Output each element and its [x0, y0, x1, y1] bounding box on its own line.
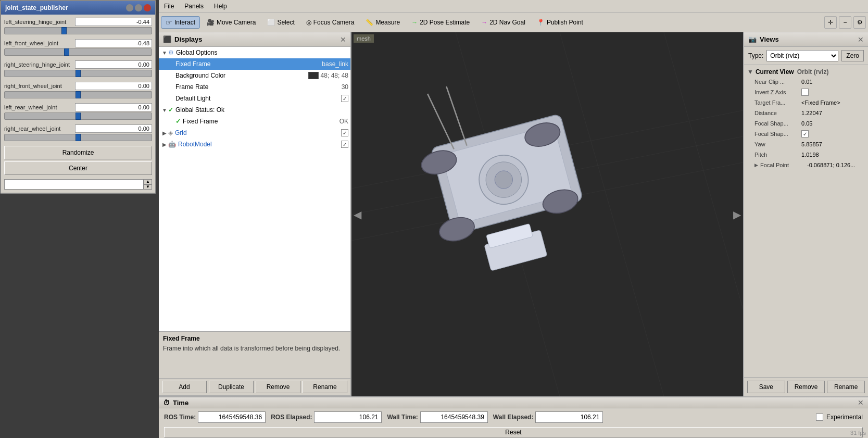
rviz-main: File Panels Help ☞ Interact 🎥 Move Camer… — [159, 0, 868, 438]
ros-time-label: ROS Time: — [164, 414, 196, 421]
invert-z-checkbox[interactable] — [801, 89, 809, 96]
displays-close-button[interactable]: ✕ — [340, 35, 346, 44]
tree-fixed-frame[interactable]: Fixed Frame base_link — [159, 58, 350, 70]
minimize-button[interactable] — [126, 4, 133, 11]
views-panel-header: 📷 Views ✕ — [744, 32, 868, 47]
focus-camera-button[interactable]: ◎ Focus Camera — [301, 17, 359, 28]
tree-robot-model[interactable]: ▶ 🤖 RobotModel — [159, 139, 350, 150]
publish-point-button[interactable]: 📍 Publish Point — [532, 17, 588, 28]
measure-button[interactable]: 📏 Measure — [361, 17, 405, 28]
experimental-checkbox[interactable] — [816, 414, 823, 421]
remove-button[interactable]: Remove — [256, 381, 300, 393]
move-camera-icon: 🎥 — [207, 19, 215, 26]
ros-time-value: 1645459548.36 — [198, 411, 266, 423]
duplicate-button[interactable]: Duplicate — [209, 381, 254, 393]
tree-status-fixed-frame[interactable]: ✓ Fixed Frame OK — [159, 116, 350, 127]
views-zero-button[interactable]: Zero — [841, 50, 864, 61]
remove-view-button[interactable]: Remove — [787, 381, 825, 393]
ros-time-field: ROS Time: 1645459548.36 — [164, 411, 266, 423]
svg-line-16 — [446, 85, 467, 147]
views-type-label: Type: — [748, 52, 763, 59]
views-current-arrow: ▼ — [747, 68, 753, 76]
joint-row-1: left_front_wheel_joint — [4, 39, 152, 57]
viewport-right-arrow[interactable]: ▶ — [733, 208, 741, 221]
joint-value-3[interactable] — [75, 82, 152, 90]
randomize-button[interactable]: Randomize — [4, 146, 152, 159]
joint-slider-5[interactable] — [4, 134, 152, 141]
robot-model-label: RobotModel — [178, 141, 341, 148]
joint-value-1[interactable] — [75, 39, 152, 47]
joint-value-2[interactable] — [75, 60, 152, 69]
maximize-button[interactable] — [135, 4, 142, 11]
joint-slider-0[interactable] — [4, 27, 152, 34]
global-options-icon: ⚙ — [168, 49, 174, 56]
yaw-label: Yaw — [754, 141, 801, 147]
interact-label: Interact — [174, 19, 195, 26]
joint-publisher-titlebar: joint_state_publisher — [1, 1, 155, 15]
rename-button[interactable]: Rename — [303, 381, 347, 393]
global-options-arrow: ▼ — [161, 50, 168, 56]
views-type-select[interactable]: Orbit (rviz) — [766, 50, 838, 61]
pose-estimate-button[interactable]: → 2D Pose Estimate — [407, 17, 474, 28]
robot-model-icon: 🤖 — [168, 141, 176, 148]
time-close-button[interactable]: ✕ — [858, 398, 864, 407]
toolbar: ☞ Interact 🎥 Move Camera ⬜ Select ◎ Focu… — [159, 12, 868, 32]
focal-shape2-checkbox[interactable] — [801, 130, 809, 137]
interact-button[interactable]: ☞ Interact — [161, 16, 200, 29]
time-reset-row: Reset — [159, 426, 868, 438]
joint-slider-1[interactable] — [4, 48, 152, 56]
close-button[interactable] — [144, 4, 151, 11]
measure-icon: 📏 — [366, 19, 373, 26]
menu-file[interactable]: File — [159, 2, 179, 11]
menu-panels[interactable]: Panels — [179, 2, 209, 11]
default-light-checkbox[interactable] — [341, 95, 348, 102]
main-area: ⬛ Displays ✕ ▼ ⚙ Global Options F — [159, 32, 868, 396]
rename-view-button[interactable]: Rename — [827, 381, 865, 393]
grid-checkbox[interactable] — [341, 129, 348, 136]
plus-icon-button[interactable]: ✛ — [824, 16, 837, 29]
joint-value-0[interactable] — [75, 18, 152, 26]
move-camera-button[interactable]: 🎥 Move Camera — [202, 17, 260, 28]
description-title: Fixed Frame — [163, 335, 346, 342]
minus-icon-button[interactable]: − — [839, 16, 851, 29]
viewport-left-arrow[interactable]: ◀ — [354, 208, 361, 221]
menu-help[interactable]: Help — [209, 2, 232, 11]
views-current-header: ▼ Current View Orbit (rviz) — [744, 67, 868, 77]
frame-rate-label: Frame Rate — [175, 83, 337, 91]
joint-row-header-5: right_rear_wheel_joint — [4, 124, 152, 133]
save-view-button[interactable]: Save — [747, 381, 785, 393]
nav-goal-button[interactable]: → 2D Nav Goal — [476, 17, 530, 28]
ros-elapsed-field: ROS Elapsed: 106.21 — [271, 411, 382, 423]
focal-point-value: -0.068871; 0.126... — [807, 162, 855, 168]
reset-button[interactable]: Reset — [164, 427, 863, 437]
center-button[interactable]: Center — [4, 161, 152, 175]
spin-down-button[interactable]: ▼ — [144, 184, 152, 190]
views-prop-distance: Distance 1.22047 — [744, 108, 868, 118]
tree-default-light[interactable]: Default Light — [159, 93, 350, 104]
settings-icon-button[interactable]: ⚙ — [853, 16, 866, 29]
select-button[interactable]: ⬜ Select — [262, 17, 299, 28]
3d-viewport[interactable]: mesh — [351, 32, 743, 396]
joint-publisher-panel: joint_state_publisher left_steering_hing… — [0, 0, 156, 194]
joint-value-4[interactable] — [75, 103, 152, 111]
tree-background-color[interactable]: Background Color 48; 48; 48 — [159, 70, 350, 81]
add-button[interactable]: Add — [162, 381, 207, 393]
joint-row-0: left_steering_hinge_joint — [4, 18, 152, 36]
views-prop-focal-shape1: Focal Shap... 0.05 — [744, 118, 868, 129]
joint-label-5: right_rear_wheel_joint — [4, 126, 60, 132]
target-frame-value: <Fixed Frame> — [801, 99, 840, 106]
robot-model-checkbox[interactable] — [341, 141, 348, 148]
views-prop-focal-point: ▶ Focal Point -0.068871; 0.126... — [744, 160, 868, 170]
views-close-button[interactable]: ✕ — [858, 35, 864, 44]
joint-slider-2[interactable] — [4, 70, 152, 77]
tree-frame-rate[interactable]: Frame Rate 30 — [159, 81, 350, 93]
joint-slider-4[interactable] — [4, 112, 152, 120]
tree-global-status[interactable]: ▼ ✓ Global Status: Ok — [159, 104, 350, 116]
tree-grid[interactable]: ▶ ◈ Grid — [159, 127, 350, 139]
spin-up-button[interactable]: ▲ — [144, 179, 152, 184]
tree-global-options[interactable]: ▼ ⚙ Global Options — [159, 47, 350, 58]
spinner-input[interactable]: 6 — [4, 179, 144, 190]
joint-slider-3[interactable] — [4, 91, 152, 98]
views-prop-pitch: Pitch 1.0198 — [744, 149, 868, 160]
joint-value-5[interactable] — [75, 124, 152, 133]
